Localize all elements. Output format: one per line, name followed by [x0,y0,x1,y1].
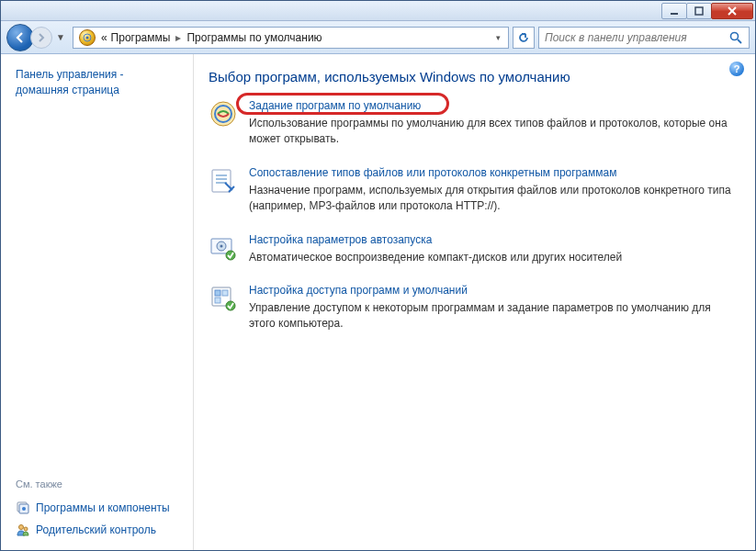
control-panel-window: ▼ « Программы ▸ Программы по умолчанию ▾ [0,0,756,551]
titlebar [1,1,755,21]
svg-point-22 [226,251,235,260]
minimize-button[interactable] [661,3,687,19]
nav-forward-button[interactable] [30,27,52,49]
addressbar[interactable]: « Программы ▸ Программы по умолчанию ▾ [73,27,509,49]
sidebar-item-label: Программы и компоненты [36,501,170,514]
svg-point-27 [226,301,235,310]
nav-history-dropdown[interactable]: ▼ [52,32,69,42]
search-icon[interactable] [728,30,743,45]
breadcrumb-separator[interactable]: ▸ [172,31,185,44]
svg-rect-15 [212,170,231,192]
file-types-icon [209,166,238,196]
breadcrumb-programs[interactable]: Программы [109,31,173,44]
svg-point-5 [85,36,88,39]
autoplay-icon [209,233,238,263]
svg-line-7 [738,39,741,43]
svg-rect-26 [215,298,220,303]
page-title: Выбор программ, используемых Windows по … [209,69,735,84]
nav-arrows: ▼ [6,24,69,51]
sidebar-see-also-label: См. также [16,478,178,489]
autoplay-settings-link[interactable]: Настройка параметров автозапуска [249,233,432,246]
option-desc: Использование программы по умолчанию для… [249,116,735,148]
refresh-button[interactable] [513,27,535,49]
program-access-link[interactable]: Настройка доступа программ и умолчаний [249,284,468,297]
main-content: ? Выбор программ, используемых Windows п… [194,54,755,550]
sidebar: Панель управления - домашняя страница См… [1,54,194,550]
sidebar-home-link[interactable]: Панель управления - домашняя страница [16,67,178,98]
option-autoplay-settings: Настройка параметров автозапуска Автомат… [209,233,735,265]
address-container: « Программы ▸ Программы по умолчанию ▾ [73,27,750,49]
default-programs-icon [209,99,238,129]
svg-point-21 [220,244,223,247]
sidebar-item-programs-features[interactable]: Программы и компоненты [16,497,178,519]
svg-point-10 [22,507,26,511]
svg-point-12 [24,527,28,531]
svg-point-6 [731,32,739,39]
help-icon[interactable]: ? [729,62,744,76]
option-set-default-programs: Задание программ по умолчанию Использова… [209,99,735,148]
body: Панель управления - домашняя страница См… [1,54,755,550]
svg-rect-24 [215,290,220,296]
breadcrumb-prefix[interactable]: « [99,31,109,44]
option-desc: Автоматическое воспроизведение компакт-д… [249,250,735,265]
option-program-access: Настройка доступа программ и умолчаний У… [209,284,735,332]
search-input[interactable] [545,31,728,44]
option-desc: Управление доступом к некоторым программ… [249,300,735,332]
searchbar[interactable] [538,27,750,49]
option-desc: Назначение программ, используемых для от… [249,183,735,215]
programs-icon [16,500,30,515]
sidebar-item-label: Родительский контроль [36,523,156,536]
svg-rect-1 [695,7,703,15]
control-panel-icon [79,29,96,46]
program-access-icon [209,284,238,313]
option-associate-file-types: Сопоставление типов файлов или протоколо… [209,166,735,215]
sidebar-item-parental-control[interactable]: Родительский контроль [16,519,178,541]
svg-point-11 [19,525,24,530]
breadcrumb-default-programs[interactable]: Программы по умолчанию [185,31,323,44]
set-default-programs-link[interactable]: Задание программ по умолчанию [249,99,421,112]
associate-file-types-link[interactable]: Сопоставление типов файлов или протоколо… [249,166,616,179]
svg-rect-25 [222,290,228,296]
close-button[interactable] [711,3,753,19]
navbar: ▼ « Программы ▸ Программы по умолчанию ▾ [1,21,755,54]
addressbar-dropdown[interactable]: ▾ [491,33,506,42]
maximize-button[interactable] [686,3,712,19]
parental-control-icon [16,523,30,537]
